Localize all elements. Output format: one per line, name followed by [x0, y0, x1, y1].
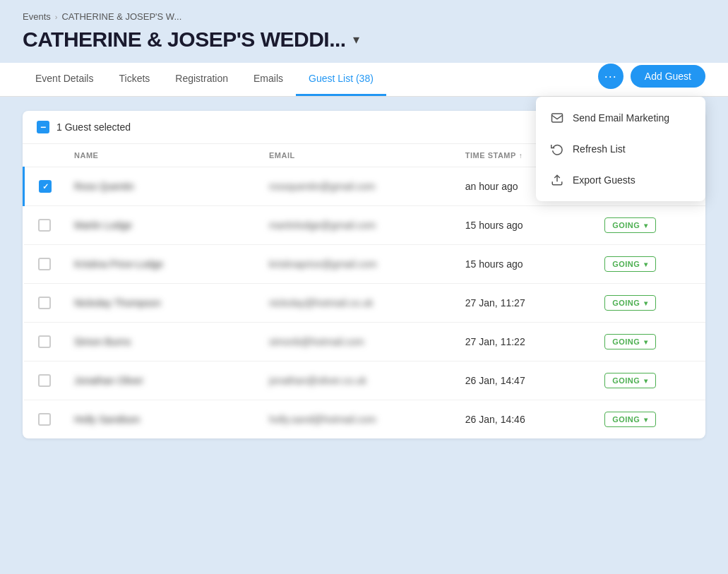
row-rsvp: GOING▾ — [593, 400, 705, 439]
tab-registration[interactable]: Registration — [162, 63, 241, 96]
rsvp-chevron-icon: ▾ — [644, 416, 648, 424]
row-name: Nickolay Thompson — [63, 284, 258, 323]
tabs-bar: Event Details Tickets Registration Email… — [0, 63, 728, 97]
refresh-label: Refresh List — [573, 143, 626, 155]
export-icon — [550, 173, 564, 187]
rsvp-badge[interactable]: GOING▾ — [604, 217, 656, 233]
row-email: holly.sand@hotmail.com — [258, 400, 454, 439]
rsvp-badge[interactable]: GOING▾ — [604, 295, 656, 311]
breadcrumb-current: CATHERINE & JOSEP'S W... — [61, 11, 181, 22]
breadcrumb-separator: › — [55, 13, 58, 21]
email-icon — [550, 111, 564, 125]
row-checkbox[interactable] — [39, 180, 52, 193]
row-email: martinlodge@gmail.com — [258, 206, 454, 245]
row-name: Holly Sandison — [63, 400, 258, 439]
row-name: Simon Burns — [63, 323, 258, 361]
row-checkbox-cell — [24, 245, 64, 284]
table-row: Kristina Price-Lodgekristinaprice@gmail.… — [24, 245, 706, 284]
deselect-all-checkbox[interactable]: − — [37, 121, 49, 133]
table-row: Nickolay Thompsonnickolay@hotmail.co.uk2… — [24, 284, 706, 323]
row-checkbox-cell — [24, 400, 64, 439]
rsvp-chevron-icon: ▾ — [644, 222, 648, 229]
rsvp-badge[interactable]: GOING▾ — [604, 412, 656, 427]
breadcrumb: Events › CATHERINE & JOSEP'S W... — [23, 11, 705, 22]
breadcrumb-events[interactable]: Events — [23, 11, 51, 22]
tab-emails[interactable]: Emails — [241, 63, 296, 96]
table-row: Holly Sandisonholly.sand@hotmail.com26 J… — [24, 400, 706, 439]
row-checkbox-cell — [24, 323, 64, 361]
row-name: Jonathan Oliver — [63, 361, 258, 400]
rsvp-chevron-icon: ▾ — [644, 299, 648, 307]
rsvp-badge[interactable]: GOING▾ — [604, 256, 656, 272]
row-rsvp: GOING▾ — [593, 361, 705, 400]
dropdown-menu: Send Email Marketing Refresh List Export… — [536, 97, 705, 201]
th-name[interactable]: NAME — [63, 144, 258, 167]
row-rsvp: GOING▾ — [593, 323, 705, 361]
row-checkbox[interactable] — [38, 219, 51, 232]
row-name: Kristina Price-Lodge — [63, 245, 258, 284]
row-checkbox-cell — [24, 284, 64, 323]
dots-icon: ··· — [604, 69, 617, 84]
selection-count-text: 1 Guest selected — [56, 121, 131, 133]
row-email: simonb@hotmail.com — [258, 323, 454, 361]
row-checkbox-cell — [24, 206, 64, 245]
row-email: jonathan@oliver.co.uk — [258, 361, 454, 400]
row-email: rossquentin@gmail.com — [258, 167, 454, 206]
table-row: Simon Burnssimonb@hotmail.com27 Jan, 11:… — [24, 323, 706, 361]
tabs-list: Event Details Tickets Registration Email… — [23, 63, 386, 96]
sort-arrow-icon: ↑ — [519, 152, 523, 160]
row-name: Ross Quentin — [63, 167, 258, 206]
th-checkbox — [24, 144, 64, 167]
th-email[interactable]: EMAIL — [258, 144, 454, 167]
row-timestamp: 15 hours ago — [454, 245, 593, 284]
dropdown-refresh[interactable]: Refresh List — [536, 133, 705, 165]
row-rsvp: GOING▾ — [593, 284, 705, 323]
tab-tickets[interactable]: Tickets — [106, 63, 162, 96]
row-timestamp: 26 Jan, 14:47 — [454, 361, 593, 400]
tab-guest-list[interactable]: Guest List (38) — [296, 63, 386, 96]
export-label: Export Guests — [573, 174, 635, 186]
row-checkbox[interactable] — [38, 374, 51, 387]
table-row: Jonathan Oliverjonathan@oliver.co.uk26 J… — [24, 361, 706, 400]
dropdown-send-email[interactable]: Send Email Marketing — [536, 102, 705, 133]
row-timestamp: 26 Jan, 14:46 — [454, 400, 593, 439]
more-options-button[interactable]: ··· — [598, 64, 623, 89]
row-timestamp: 15 hours ago — [454, 206, 593, 245]
tab-event-details[interactable]: Event Details — [23, 63, 106, 96]
rsvp-badge[interactable]: GOING▾ — [604, 334, 656, 349]
row-name: Martin Lodge — [63, 206, 258, 245]
rsvp-label: GOING — [612, 260, 640, 268]
row-checkbox[interactable] — [38, 258, 51, 270]
row-checkbox[interactable] — [38, 335, 51, 348]
row-checkbox[interactable] — [38, 413, 51, 426]
add-guest-button[interactable]: Add Guest — [631, 65, 705, 88]
rsvp-label: GOING — [612, 337, 640, 346]
send-email-label: Send Email Marketing — [573, 112, 669, 124]
row-timestamp: 27 Jan, 11:22 — [454, 323, 593, 361]
row-checkbox-cell — [24, 167, 64, 206]
rsvp-chevron-icon: ▾ — [644, 261, 648, 268]
row-rsvp: GOING▾ — [593, 206, 705, 245]
event-title: CATHERINE & JOSEP'S WEDDI... — [23, 28, 346, 52]
rsvp-label: GOING — [612, 299, 640, 307]
refresh-icon — [550, 142, 564, 156]
title-dropdown-icon[interactable]: ▾ — [353, 32, 359, 47]
minus-icon: − — [40, 122, 46, 132]
dropdown-export[interactable]: Export Guests — [536, 165, 705, 196]
row-timestamp: 27 Jan, 11:27 — [454, 284, 593, 323]
table-row: Martin Lodgemartinlodge@gmail.com15 hour… — [24, 206, 706, 245]
row-checkbox[interactable] — [38, 297, 51, 309]
rsvp-chevron-icon: ▾ — [644, 377, 648, 385]
svg-rect-0 — [552, 114, 563, 122]
rsvp-label: GOING — [612, 376, 640, 385]
rsvp-chevron-icon: ▾ — [644, 338, 648, 346]
row-email: nickolay@hotmail.co.uk — [258, 284, 454, 323]
row-rsvp: GOING▾ — [593, 245, 705, 284]
row-email: kristinaprice@gmail.com — [258, 245, 454, 284]
rsvp-label: GOING — [612, 221, 640, 229]
main-content: Send Email Marketing Refresh List Export… — [0, 97, 728, 453]
rsvp-badge[interactable]: GOING▾ — [604, 373, 656, 388]
row-checkbox-cell — [24, 361, 64, 400]
rsvp-label: GOING — [612, 415, 640, 424]
